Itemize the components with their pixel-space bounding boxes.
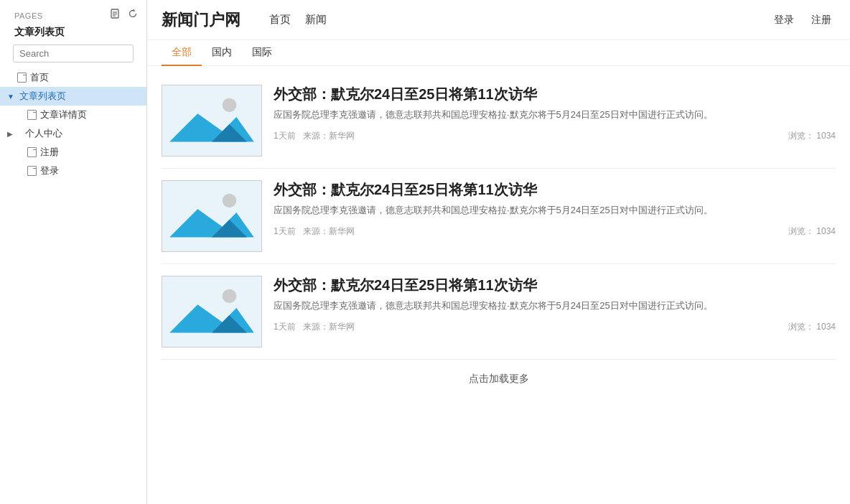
article-desc: 应国务院总理李克强邀请，德意志联邦共和国总理安格拉·默克尔将于5月24日至25日…: [274, 203, 836, 218]
article-meta: 1天前 来源：新华网 浏览： 1034: [274, 130, 836, 142]
register-button[interactable]: 注册: [807, 11, 836, 29]
svg-point-5: [223, 98, 237, 113]
site-auth: 登录 注册: [770, 11, 836, 29]
site-tabs: 全部 国内 国际: [147, 40, 850, 66]
chevron-icon: ▶: [7, 130, 14, 138]
svg-point-9: [223, 194, 237, 208]
sidebar-item-personal-center[interactable]: ▶ 个人中心: [0, 124, 146, 143]
export-icon[interactable]: [109, 7, 122, 22]
sidebar-item-article-detail[interactable]: 文章详情页: [0, 106, 146, 124]
article-thumb: [162, 276, 262, 347]
article-thumb: [162, 180, 262, 252]
sidebar-item-home[interactable]: 首页: [0, 68, 146, 87]
article-meta: 1天前 来源：新华网 浏览： 1034: [274, 321, 836, 333]
tab-all[interactable]: 全部: [162, 40, 202, 66]
article-body: 外交部：默克尔24日至25日将第11次访华 应国务院总理李克强邀请，德意志联邦共…: [274, 276, 836, 333]
sidebar-item-article-list-label: 文章列表页: [19, 90, 66, 103]
search-input[interactable]: [13, 45, 134, 62]
chevron-icon: ▼: [7, 93, 14, 101]
tab-international[interactable]: 国际: [242, 40, 282, 66]
article-title: 外交部：默克尔24日至25日将第11次访华: [274, 85, 836, 103]
article-title: 外交部：默克尔24日至25日将第11次访华: [274, 276, 836, 294]
article-source: 来源：新华网: [303, 130, 355, 142]
nav-item-home[interactable]: 首页: [269, 10, 291, 29]
sidebar-title: 文章列表页: [7, 24, 139, 45]
site-header: 新闻门户网 首页 新闻 登录 注册: [147, 0, 850, 40]
page-icon: [17, 73, 27, 83]
sidebar-item-login[interactable]: 登录: [0, 162, 146, 180]
article-desc: 应国务院总理李克强邀请，德意志联邦共和国总理安格拉·默克尔将于5月24日至25日…: [274, 299, 836, 314]
site-logo: 新闻门户网: [162, 9, 240, 31]
svg-rect-8: [162, 181, 261, 251]
sidebar-item-article-list[interactable]: ▼ 文章列表页: [0, 87, 146, 106]
login-button[interactable]: 登录: [770, 11, 798, 29]
article-card[interactable]: 外交部：默克尔24日至25日将第11次访华 应国务院总理李克强邀请，德意志联邦共…: [162, 73, 836, 169]
svg-rect-12: [162, 276, 261, 347]
page-icon: [27, 110, 37, 120]
refresh-icon[interactable]: [126, 7, 139, 22]
page-icon: [27, 166, 37, 176]
sidebar: PAGES 文章列表页: [0, 0, 147, 504]
article-views: 浏览： 1034: [788, 130, 836, 142]
svg-rect-4: [162, 85, 261, 156]
article-time: 1天前: [274, 130, 296, 142]
article-source: 来源：新华网: [303, 321, 355, 333]
site-nav: 首页 新闻: [269, 10, 748, 29]
browser-frame: 新闻门户网 首页 新闻 登录 注册 全部 国内 国际 外交部：默克尔24日至25…: [147, 0, 850, 504]
article-time: 1天前: [274, 225, 296, 238]
nav-item-news[interactable]: 新闻: [305, 10, 327, 29]
article-views: 浏览： 1034: [788, 321, 836, 333]
sidebar-item-home-label: 首页: [30, 71, 49, 84]
sidebar-item-personal-center-label: 个人中心: [25, 127, 62, 140]
sidebar-item-article-detail-label: 文章详情页: [40, 108, 87, 121]
article-meta: 1天前 来源：新华网 浏览： 1034: [274, 225, 836, 238]
load-more-button[interactable]: 点击加载更多: [162, 360, 836, 393]
sidebar-item-register-label: 注册: [40, 146, 59, 159]
article-title: 外交部：默克尔24日至25日将第11次访华: [274, 180, 836, 199]
page-icon: [27, 147, 37, 157]
sidebar-top: PAGES 文章列表页: [0, 0, 146, 68]
svg-point-13: [223, 289, 237, 304]
article-time: 1天前: [274, 321, 296, 333]
article-list: 外交部：默克尔24日至25日将第11次访华 应国务院总理李克强邀请，德意志联邦共…: [147, 66, 850, 504]
article-desc: 应国务院总理李克强邀请，德意志联邦共和国总理安格拉·默克尔将于5月24日至25日…: [274, 108, 836, 123]
tab-domestic[interactable]: 国内: [202, 40, 242, 66]
main: 新闻门户网 首页 新闻 登录 注册 全部 国内 国际 外交部：默克尔24日至25…: [147, 0, 850, 504]
article-views: 浏览： 1034: [788, 225, 836, 238]
sidebar-item-login-label: 登录: [40, 164, 59, 177]
sidebar-nav: 首页 ▼ 文章列表页 文章详情页 ▶ 个人中心 注册 登录: [0, 68, 146, 504]
pages-label: PAGES: [7, 6, 50, 23]
article-body: 外交部：默克尔24日至25日将第11次访华 应国务院总理李克强邀请，德意志联邦共…: [274, 85, 836, 142]
article-body: 外交部：默克尔24日至25日将第11次访华 应国务院总理李克强邀请，德意志联邦共…: [274, 180, 836, 238]
article-card[interactable]: 外交部：默克尔24日至25日将第11次访华 应国务院总理李克强邀请，德意志联邦共…: [162, 169, 836, 264]
article-thumb: [162, 85, 262, 157]
sidebar-item-register[interactable]: 注册: [0, 143, 146, 162]
article-card[interactable]: 外交部：默克尔24日至25日将第11次访华 应国务院总理李克强邀请，德意志联邦共…: [162, 264, 836, 360]
article-source: 来源：新华网: [303, 225, 355, 238]
